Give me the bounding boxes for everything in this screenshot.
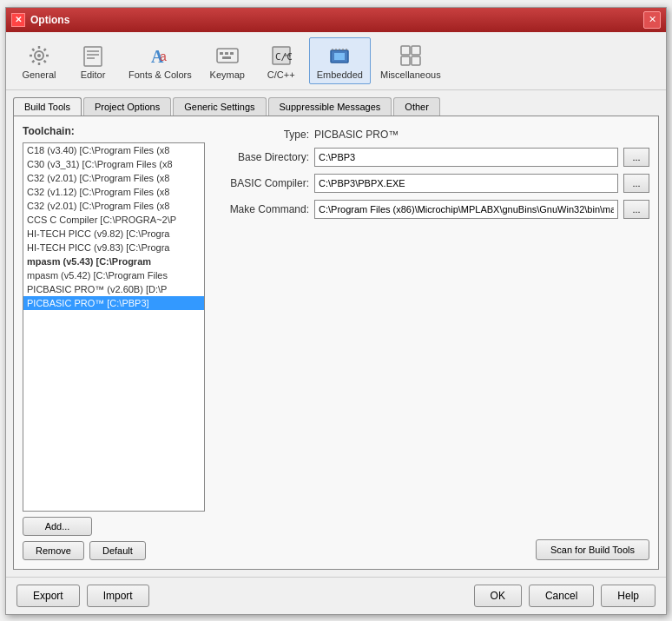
list-item[interactable]: CCS C Compiler [C:\PROGRA~2\P [23, 213, 204, 227]
tab-content: Toolchain: C18 (v3.40) [C:\Program Files… [13, 116, 659, 570]
miscellaneous-icon [397, 42, 425, 69]
options-window: ✕ Options ✕ GeneralEditorAaFonts & Color… [5, 7, 667, 615]
type-value: PICBASIC PRO™ [314, 129, 399, 141]
svg-rect-31 [401, 46, 410, 55]
title-bar-left: ✕ Options [11, 13, 69, 27]
svg-line-7 [32, 49, 34, 50]
export-button[interactable]: Export [16, 585, 80, 607]
list-item[interactable]: C32 (v2.01) [C:\Program Files (x8 [23, 199, 204, 213]
tabs-container: Build Tools Project Options Generic Sett… [13, 97, 659, 116]
svg-rect-25 [334, 53, 345, 60]
list-item[interactable]: C32 (v1.12) [C:\Program Files (x8 [23, 185, 204, 199]
content-area: Build Tools Project Options Generic Sett… [6, 90, 666, 577]
list-item[interactable]: mpasm (v5.43) [C:\Program [23, 254, 204, 268]
svg-rect-32 [412, 46, 420, 55]
add-button-row: Add... [23, 517, 205, 536]
toolbar-item-cpp[interactable]: C/C++C/C++ [255, 37, 307, 84]
window-footer: Export Import OK Cancel Help [6, 577, 666, 614]
svg-point-1 [37, 54, 41, 57]
basic-compiler-browse-button[interactable]: ... [623, 174, 649, 193]
title-bar: ✕ Options ✕ [6, 8, 666, 32]
tab-generic-settings[interactable]: Generic Settings [173, 97, 266, 116]
footer-right: OK Cancel Help [474, 585, 656, 607]
cancel-button[interactable]: Cancel [529, 585, 594, 607]
general-icon [25, 42, 53, 69]
basic-compiler-row: BASIC Compiler: ... [214, 174, 649, 193]
left-panel: Toolchain: C18 (v3.40) [C:\Program Files… [23, 125, 205, 560]
list-item[interactable]: C30 (v3_31) [C:\Program Files (x8 [23, 157, 204, 171]
default-button[interactable]: Default [89, 541, 146, 560]
type-row: Type: PICBASIC PRO™ [214, 129, 649, 141]
embedded-icon [326, 42, 353, 69]
toolbar: GeneralEditorAaFonts & ColorsKeymapC/C++… [6, 32, 666, 90]
toolbar-label-cpp: C/C++ [267, 69, 295, 80]
tab-other[interactable]: Other [393, 97, 440, 116]
window-title: Options [30, 14, 69, 26]
svg-rect-34 [412, 56, 420, 65]
tab-build-tools[interactable]: Build Tools [13, 97, 82, 116]
list-item[interactable]: C32 (v2.01) [C:\Program Files (x8 [23, 171, 204, 185]
toolbar-label-fonts-colors: Fonts & Colors [128, 69, 192, 80]
toolbar-item-editor[interactable]: Editor [67, 37, 119, 84]
toolbar-label-general: General [22, 69, 56, 80]
svg-rect-33 [401, 56, 410, 65]
bottom-actions: Scan for Build Tools [214, 534, 649, 560]
editor-icon [79, 42, 107, 69]
svg-rect-18 [225, 52, 228, 55]
make-command-label: Make Command: [214, 203, 309, 215]
make-command-input[interactable] [314, 200, 618, 219]
basic-compiler-input[interactable] [314, 174, 618, 193]
list-item[interactable]: HI-TECH PICC (v9.82) [C:\Progra [23, 227, 204, 241]
import-button[interactable]: Import [87, 585, 149, 607]
toolbar-item-general[interactable]: General [13, 37, 65, 84]
base-dir-row: Base Directory: ... [214, 148, 649, 167]
footer-left: Export Import [16, 585, 149, 607]
svg-line-5 [32, 60, 34, 62]
base-dir-label: Base Directory: [214, 151, 309, 163]
toolchain-label: Toolchain: [23, 125, 205, 137]
build-tools-layout: Toolchain: C18 (v3.40) [C:\Program Files… [23, 125, 649, 560]
make-command-row: Make Command: ... [214, 200, 649, 219]
tab-suppressible-messages[interactable]: Suppressible Messages [268, 97, 392, 116]
toolbar-label-embedded: Embedded [317, 69, 363, 80]
help-button[interactable]: Help [601, 585, 656, 607]
cpp-icon: C/C++ [267, 42, 295, 69]
add-button[interactable]: Add... [23, 517, 92, 536]
toolbar-item-fonts-colors[interactable]: AaFonts & Colors [121, 37, 200, 84]
close-button[interactable]: ✕ [643, 11, 661, 29]
svg-line-3 [44, 60, 46, 62]
toolbar-item-miscellaneous[interactable]: Miscellaneous [372, 37, 449, 84]
toolbar-item-embedded[interactable]: Embedded [309, 37, 371, 84]
remove-button[interactable]: Remove [23, 541, 84, 560]
toolbar-label-editor: Editor [81, 69, 106, 80]
list-item[interactable]: PICBASIC PRO™ (v2.60B) [D:\P [23, 282, 204, 296]
toolchain-list[interactable]: C18 (v3.40) [C:\Program Files (x8 C30 (v… [23, 142, 205, 512]
svg-line-9 [44, 49, 46, 50]
tab-project-options[interactable]: Project Options [83, 97, 171, 116]
toolbar-label-miscellaneous: Miscellaneous [380, 69, 441, 80]
keymap-icon [214, 42, 241, 69]
svg-text:a: a [160, 50, 167, 63]
list-item[interactable]: C18 (v3.40) [C:\Program Files (x8 [23, 143, 204, 157]
ok-button[interactable]: OK [474, 585, 522, 607]
toolbar-item-keymap[interactable]: Keymap [201, 37, 254, 84]
svg-rect-20 [222, 56, 231, 59]
svg-rect-19 [230, 52, 234, 55]
basic-compiler-label: BASIC Compiler: [214, 177, 309, 189]
right-panel: Type: PICBASIC PRO™ Base Directory: ... … [214, 125, 649, 560]
svg-text:++: ++ [284, 52, 291, 59]
scan-build-tools-button[interactable]: Scan for Build Tools [536, 539, 649, 560]
type-label: Type: [214, 129, 309, 141]
list-item[interactable]: HI-TECH PICC (v9.83) [C:\Progra [23, 241, 204, 254]
list-item-selected[interactable]: PICBASIC PRO™ [C:\PBP3] [23, 296, 204, 310]
remove-default-row: Remove Default [23, 541, 205, 560]
list-item[interactable]: mpasm (v5.42) [C:\Program Files [23, 268, 204, 282]
fonts-colors-icon: Aa [146, 42, 174, 69]
toolbar-label-keymap: Keymap [210, 69, 245, 80]
svg-rect-10 [84, 47, 102, 66]
svg-rect-16 [217, 49, 238, 63]
make-command-browse-button[interactable]: ... [623, 200, 649, 219]
base-dir-input[interactable] [314, 148, 618, 167]
base-dir-browse-button[interactable]: ... [623, 148, 649, 167]
window-icon: ✕ [11, 13, 25, 27]
